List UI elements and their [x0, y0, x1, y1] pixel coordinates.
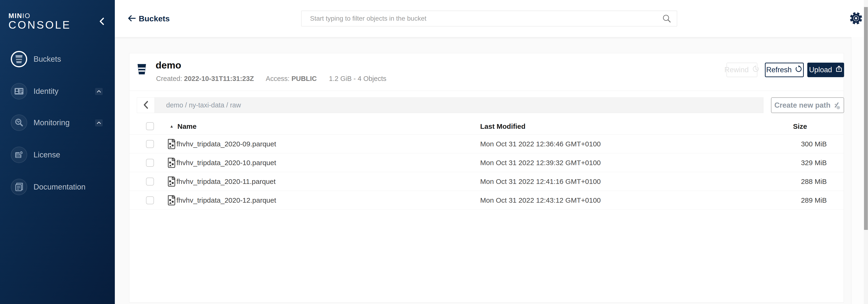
object-last-modified: Mon Oct 31 2022 12:36:46 GMT+0100	[480, 135, 601, 154]
documentation-icon	[11, 179, 27, 195]
monitor-search-icon	[11, 114, 27, 131]
table-row[interactable]: fhvhv_tripdata_2020-10.parquet Mon Oct 3…	[129, 154, 844, 172]
object-last-modified: Mon Oct 31 2022 12:41:16 GMT+0100	[480, 172, 601, 191]
upload-icon	[835, 65, 842, 74]
chevron-left-icon	[99, 17, 105, 26]
usage-summary: 1.2 GiB - 4 Objects	[329, 75, 386, 82]
sidebar-item-documentation[interactable]: Documentation	[0, 179, 115, 196]
topbar-title-buckets[interactable]: Buckets	[139, 0, 170, 37]
bucket-browser-panel: demo Created: 2022-10-31T11:31:23Z Acces…	[129, 53, 844, 303]
upload-button[interactable]: Upload	[807, 63, 844, 77]
object-last-modified: Mon Oct 31 2022 12:43:12 GMT+0100	[480, 191, 601, 210]
sidebar-item-label: License	[33, 147, 60, 163]
object-name[interactable]: fhvhv_tripdata_2020-09.parquet	[177, 135, 276, 154]
sidebar-item-label: Documentation	[33, 179, 86, 195]
breadcrumb-bar: demo / ny-taxi-data / raw	[137, 98, 764, 113]
breadcrumb[interactable]: demo / ny-taxi-data / raw	[166, 98, 241, 113]
chevron-up-icon	[97, 90, 101, 93]
sidebar-item-label: Identity	[33, 83, 58, 100]
rewind-icon	[752, 65, 760, 75]
sidebar-item-identity[interactable]: Identity	[0, 83, 115, 100]
rewind-button-label: Rewind	[724, 66, 748, 74]
create-new-path-button[interactable]: Create new path :∕∕⊕	[771, 98, 844, 113]
row-checkbox[interactable]	[146, 159, 154, 167]
sidebar-item-label: Monitoring	[33, 114, 70, 131]
row-checkbox[interactable]	[146, 196, 154, 204]
chevron-up-icon	[97, 121, 101, 125]
logo-text-min: MIN	[8, 12, 22, 20]
refresh-button[interactable]: Refresh	[765, 63, 804, 77]
object-last-modified: Mon Oct 31 2022 12:39:32 GMT+0100	[480, 154, 601, 172]
header-divider	[129, 90, 844, 91]
rewind-button[interactable]: Rewind	[726, 63, 757, 77]
scroll-gutter	[851, 37, 864, 304]
page-scrollbar	[864, 0, 868, 304]
arrow-left-icon	[127, 20, 136, 23]
parquet-file-icon	[167, 158, 176, 169]
parquet-file-icon	[167, 195, 176, 206]
search-icon	[662, 14, 671, 24]
table-header-row: ▲ Name Last Modified Size	[129, 118, 844, 135]
back-button[interactable]	[127, 14, 136, 23]
column-header-last-modified: Last Modified	[480, 118, 525, 135]
parquet-file-icon	[167, 139, 176, 150]
table-row[interactable]: fhvhv_tripdata_2020-12.parquet Mon Oct 3…	[129, 191, 844, 210]
bucket-icon	[137, 63, 147, 76]
logo-text-console: CONSOLE	[8, 19, 71, 30]
created-value: 2022-10-31T11:31:23Z	[184, 75, 254, 82]
column-header-name[interactable]: Name	[177, 118, 196, 135]
access-value[interactable]: PUBLIC	[291, 75, 317, 82]
id-card-icon	[11, 83, 27, 100]
gear-icon	[849, 23, 863, 26]
row-checkbox[interactable]	[146, 177, 154, 186]
scrollbar-thumb[interactable]	[864, 7, 868, 230]
bucket-icon	[11, 51, 27, 67]
access-label: Access:	[266, 75, 290, 82]
refresh-button-label: Refresh	[766, 66, 792, 74]
license-icon	[11, 147, 27, 163]
table-row[interactable]: fhvhv_tripdata_2020-09.parquet Mon Oct 3…	[129, 135, 844, 154]
object-size: 289 MiB	[733, 191, 827, 210]
bucket-meta: Created: 2022-10-31T11:31:23Z Access: PU…	[156, 75, 386, 83]
sidebar-item-monitoring[interactable]: Monitoring	[0, 114, 115, 131]
object-name[interactable]: fhvhv_tripdata_2020-12.parquet	[177, 191, 276, 210]
sort-ascending-icon[interactable]: ▲	[170, 118, 174, 135]
upload-button-label: Upload	[809, 66, 832, 74]
object-size: 300 MiB	[733, 135, 827, 154]
object-size: 329 MiB	[733, 154, 827, 172]
table-row[interactable]: fhvhv_tripdata_2020-11.parquet Mon Oct 3…	[129, 172, 844, 191]
identity-collapse-button[interactable]	[95, 88, 103, 95]
sidebar-item-buckets[interactable]: Buckets	[0, 51, 115, 68]
sidebar: MINIO CONSOLE Buckets Identity Monitorin…	[0, 0, 115, 304]
new-path-icon: :∕∕⊕	[834, 101, 841, 110]
object-name[interactable]: fhvhv_tripdata_2020-11.parquet	[177, 172, 276, 191]
create-new-path-label: Create new path	[774, 101, 830, 110]
breadcrumb-back-button[interactable]	[137, 98, 155, 113]
logo-text-io: IO	[22, 12, 30, 20]
created-label: Created:	[156, 75, 182, 82]
object-size: 288 MiB	[733, 172, 827, 191]
column-header-size: Size	[793, 118, 807, 135]
object-name[interactable]: fhvhv_tripdata_2020-10.parquet	[177, 154, 276, 172]
sidebar-item-label: Buckets	[33, 51, 61, 67]
select-all-checkbox[interactable]	[146, 122, 154, 130]
topbar: Buckets	[115, 0, 868, 37]
row-checkbox[interactable]	[146, 140, 154, 148]
parquet-file-icon	[167, 176, 176, 188]
filter-objects-input[interactable]	[301, 10, 677, 27]
bucket-name-title: demo	[156, 60, 181, 71]
chevron-left-icon	[143, 100, 149, 110]
monitoring-collapse-button[interactable]	[95, 119, 103, 127]
settings-button[interactable]	[849, 11, 863, 26]
sidebar-item-license[interactable]: License	[0, 147, 115, 164]
refresh-icon	[795, 65, 802, 75]
minio-console-logo: MINIO CONSOLE	[8, 12, 71, 30]
search-field-wrap	[301, 10, 677, 27]
sidebar-collapse-button[interactable]	[97, 17, 106, 27]
